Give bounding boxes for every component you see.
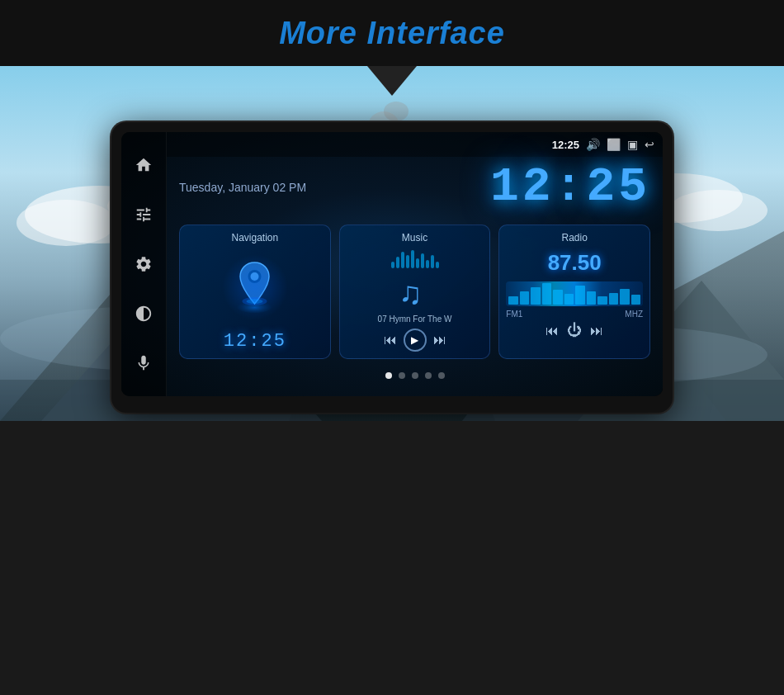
volume-icon: 🔊	[586, 138, 600, 151]
svg-text:♫: ♫	[399, 276, 423, 310]
fm-unit: MHZ	[625, 310, 643, 319]
sidebar-contrast-icon[interactable]	[130, 300, 157, 327]
music-waveform	[391, 248, 439, 268]
music-note-icon: ♫	[394, 271, 436, 312]
sidebar-home-icon[interactable]	[130, 152, 157, 178]
radio-bars	[506, 281, 643, 306]
fm-label: FM1 MHZ	[506, 310, 643, 319]
arrow-down-icon	[367, 66, 417, 96]
music-card[interactable]: Music	[339, 225, 491, 359]
date-label: Tuesday, January 02 PM	[179, 181, 306, 194]
device-screen: 12:25 🔊 ⬜ ▣ ↩ Tuesday, January 02 PM 12:…	[121, 132, 663, 396]
status-bar: 12:25 🔊 ⬜ ▣ ↩	[167, 132, 663, 157]
fm-station: FM1	[506, 310, 522, 319]
car-radio-device: 12:25 🔊 ⬜ ▣ ↩ Tuesday, January 02 PM 12:…	[111, 122, 673, 413]
svg-point-5	[668, 190, 767, 231]
radio-next-button[interactable]: ⏭	[590, 324, 603, 338]
radio-power-button[interactable]: ⏻	[567, 322, 582, 339]
sidebar-settings-icon[interactable]	[130, 251, 157, 277]
svg-point-2	[17, 200, 116, 246]
radio-spectrum	[506, 281, 643, 306]
screen-background: 12:25 🔊 ⬜ ▣ ↩ Tuesday, January 02 PM 12:…	[121, 132, 663, 396]
window-icon: ▣	[627, 138, 638, 151]
clock-area: Tuesday, January 02 PM 12:25	[167, 157, 663, 218]
status-time: 12:25	[552, 139, 579, 151]
dot-1[interactable]	[385, 372, 392, 379]
location-glow	[222, 254, 288, 320]
page-title: More Interface	[279, 16, 505, 51]
screen-icon: ⬜	[607, 138, 621, 151]
main-content: 12:25 🔊 ⬜ ▣ ↩ Tuesday, January 02 PM 12:…	[167, 132, 663, 396]
dot-2[interactable]	[399, 372, 405, 379]
radio-controls: ⏮ ⏻ ⏭	[545, 322, 603, 339]
app-cards-area: Navigation	[167, 218, 663, 366]
back-icon: ↩	[645, 138, 654, 151]
music-content: ♫	[347, 248, 484, 312]
page-dots	[167, 372, 663, 379]
svg-point-11	[384, 102, 409, 121]
nav-time: 12:25	[224, 331, 286, 352]
header: More Interface	[0, 0, 784, 66]
prev-button[interactable]: ⏮	[384, 333, 397, 348]
nav-icon-area	[187, 248, 324, 327]
radio-card-title: Radio	[562, 232, 588, 243]
dot-4[interactable]	[425, 372, 432, 379]
music-controls: ⏮ ▶ ⏭	[384, 329, 446, 352]
digital-clock: 12:25	[490, 163, 650, 211]
navigation-card[interactable]: Navigation	[179, 225, 331, 359]
radio-frequency: 87.50	[548, 250, 602, 276]
song-title: 07 Hymn For The W	[378, 314, 452, 324]
play-button[interactable]: ▶	[404, 329, 427, 352]
dot-3[interactable]	[412, 372, 418, 379]
device-container: 12:25 🔊 ⬜ ▣ ↩ Tuesday, January 02 PM 12:…	[111, 122, 673, 413]
radio-prev-button[interactable]: ⏮	[545, 324, 559, 338]
music-card-title: Music	[402, 232, 427, 243]
sidebar	[121, 132, 167, 396]
sidebar-equalizer-icon[interactable]	[130, 201, 157, 228]
landscape-image: 12:25 🔊 ⬜ ▣ ↩ Tuesday, January 02 PM 12:…	[0, 66, 784, 421]
next-button[interactable]: ⏭	[433, 333, 446, 348]
sidebar-mic-icon[interactable]	[130, 350, 157, 376]
nav-card-title: Navigation	[231, 232, 278, 243]
play-icon: ▶	[411, 334, 418, 346]
dot-5[interactable]	[438, 372, 445, 379]
radio-card[interactable]: Radio 87.50	[498, 225, 650, 359]
